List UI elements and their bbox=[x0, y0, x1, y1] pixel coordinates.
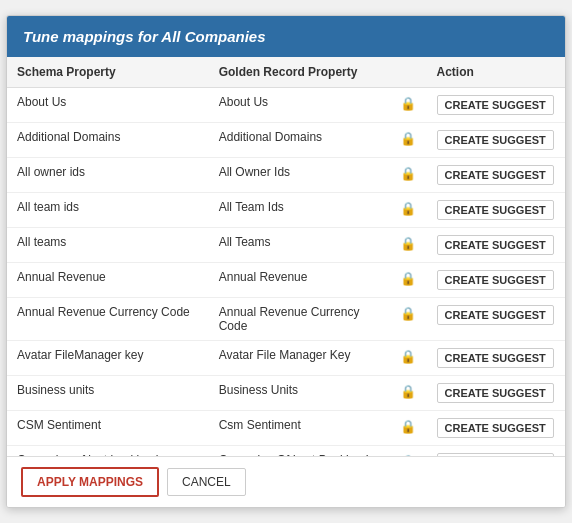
create-suggest-button[interactable]: CREATE SUGGEST bbox=[437, 305, 554, 325]
golden-cell: Avatar File Manager Key bbox=[209, 341, 391, 376]
mappings-table: Schema Property Golden Record Property A… bbox=[7, 57, 565, 457]
schema-cell: Annual Revenue Currency Code bbox=[7, 298, 209, 341]
table-row: Business unitsBusiness Units🔒CREATE SUGG… bbox=[7, 376, 565, 411]
header-action: Action bbox=[427, 57, 565, 88]
lock-icon: 🔒 bbox=[400, 271, 416, 286]
lock-icon-cell: 🔒 bbox=[390, 158, 426, 193]
golden-cell: All Team Ids bbox=[209, 193, 391, 228]
lock-icon-cell: 🔒 bbox=[390, 193, 426, 228]
lock-icon-cell: 🔒 bbox=[390, 341, 426, 376]
table-row: All teamsAll Teams🔒CREATE SUGGEST bbox=[7, 228, 565, 263]
action-cell: CREATE SUGGEST bbox=[427, 88, 565, 123]
create-suggest-button[interactable]: CREATE SUGGEST bbox=[437, 235, 554, 255]
modal-footer: APPLY MAPPINGS CANCEL bbox=[7, 457, 565, 507]
action-cell: CREATE SUGGEST bbox=[427, 193, 565, 228]
golden-cell: Annual Revenue Currency Code bbox=[209, 298, 391, 341]
tune-mappings-modal: Tune mappings for All Companies Schema P… bbox=[6, 15, 566, 508]
lock-icon-cell: 🔒 bbox=[390, 123, 426, 158]
lock-icon-cell: 🔒 bbox=[390, 446, 426, 458]
create-suggest-button[interactable]: CREATE SUGGEST bbox=[437, 165, 554, 185]
lock-icon: 🔒 bbox=[400, 201, 416, 216]
create-suggest-button[interactable]: CREATE SUGGEST bbox=[437, 383, 554, 403]
lock-icon-cell: 🔒 bbox=[390, 88, 426, 123]
lock-icon-cell: 🔒 bbox=[390, 376, 426, 411]
header-schema: Schema Property bbox=[7, 57, 209, 88]
table-header-row: Schema Property Golden Record Property A… bbox=[7, 57, 565, 88]
create-suggest-button[interactable]: CREATE SUGGEST bbox=[437, 200, 554, 220]
action-cell: CREATE SUGGEST bbox=[427, 411, 565, 446]
schema-cell: Avatar FileManager key bbox=[7, 341, 209, 376]
golden-cell: Business Units bbox=[209, 376, 391, 411]
schema-cell: All owner ids bbox=[7, 158, 209, 193]
table-row: Additional DomainsAdditional Domains🔒CRE… bbox=[7, 123, 565, 158]
lock-icon: 🔒 bbox=[400, 419, 416, 434]
table-row: Campaign of last booking in meetings too… bbox=[7, 446, 565, 458]
header-golden: Golden Record Property bbox=[209, 57, 427, 88]
cancel-button[interactable]: CANCEL bbox=[167, 468, 246, 496]
action-cell: CREATE SUGGEST bbox=[427, 298, 565, 341]
action-cell: CREATE SUGGEST bbox=[427, 158, 565, 193]
lock-icon-cell: 🔒 bbox=[390, 411, 426, 446]
action-cell: CREATE SUGGEST bbox=[427, 263, 565, 298]
apply-mappings-button[interactable]: APPLY MAPPINGS bbox=[21, 467, 159, 497]
golden-cell: All Owner Ids bbox=[209, 158, 391, 193]
schema-cell: All teams bbox=[7, 228, 209, 263]
table-row: All owner idsAll Owner Ids🔒CREATE SUGGES… bbox=[7, 158, 565, 193]
schema-cell: Additional Domains bbox=[7, 123, 209, 158]
lock-icon: 🔒 bbox=[400, 384, 416, 399]
schema-cell: All team ids bbox=[7, 193, 209, 228]
lock-icon: 🔒 bbox=[400, 236, 416, 251]
golden-cell: About Us bbox=[209, 88, 391, 123]
golden-cell: Annual Revenue bbox=[209, 263, 391, 298]
golden-cell: Csm Sentiment bbox=[209, 411, 391, 446]
lock-icon: 🔒 bbox=[400, 131, 416, 146]
schema-cell: CSM Sentiment bbox=[7, 411, 209, 446]
action-cell: CREATE SUGGEST bbox=[427, 376, 565, 411]
action-cell: CREATE SUGGEST bbox=[427, 341, 565, 376]
action-cell: CREATE SUGGEST bbox=[427, 228, 565, 263]
lock-icon-cell: 🔒 bbox=[390, 298, 426, 341]
action-cell: CREATE SUGGEST bbox=[427, 123, 565, 158]
table-row: Avatar FileManager keyAvatar File Manage… bbox=[7, 341, 565, 376]
lock-icon: 🔒 bbox=[400, 349, 416, 364]
golden-cell: Campaign Of Last Booking In Meetings Too… bbox=[209, 446, 391, 458]
lock-icon: 🔒 bbox=[400, 166, 416, 181]
lock-icon-cell: 🔒 bbox=[390, 263, 426, 298]
lock-icon: 🔒 bbox=[400, 96, 416, 111]
create-suggest-button[interactable]: CREATE SUGGEST bbox=[437, 348, 554, 368]
schema-cell: Business units bbox=[7, 376, 209, 411]
table-row: Annual RevenueAnnual Revenue🔒CREATE SUGG… bbox=[7, 263, 565, 298]
create-suggest-button[interactable]: CREATE SUGGEST bbox=[437, 270, 554, 290]
table-row: All team idsAll Team Ids🔒CREATE SUGGEST bbox=[7, 193, 565, 228]
create-suggest-button[interactable]: CREATE SUGGEST bbox=[437, 130, 554, 150]
schema-cell: About Us bbox=[7, 88, 209, 123]
table-row: Annual Revenue Currency CodeAnnual Reven… bbox=[7, 298, 565, 341]
modal-title: Tune mappings for All Companies bbox=[7, 16, 565, 57]
schema-cell: Annual Revenue bbox=[7, 263, 209, 298]
create-suggest-button[interactable]: CREATE SUGGEST bbox=[437, 418, 554, 438]
schema-cell: Campaign of last booking in meetings too… bbox=[7, 446, 209, 458]
lock-icon-cell: 🔒 bbox=[390, 228, 426, 263]
table-row: About UsAbout Us🔒CREATE SUGGEST bbox=[7, 88, 565, 123]
lock-icon: 🔒 bbox=[400, 306, 416, 321]
action-cell: CREATE SUGGEST bbox=[427, 446, 565, 458]
golden-cell: All Teams bbox=[209, 228, 391, 263]
table-row: CSM SentimentCsm Sentiment🔒CREATE SUGGES… bbox=[7, 411, 565, 446]
golden-cell: Additional Domains bbox=[209, 123, 391, 158]
mappings-table-container: Schema Property Golden Record Property A… bbox=[7, 57, 565, 457]
create-suggest-button[interactable]: CREATE SUGGEST bbox=[437, 95, 554, 115]
